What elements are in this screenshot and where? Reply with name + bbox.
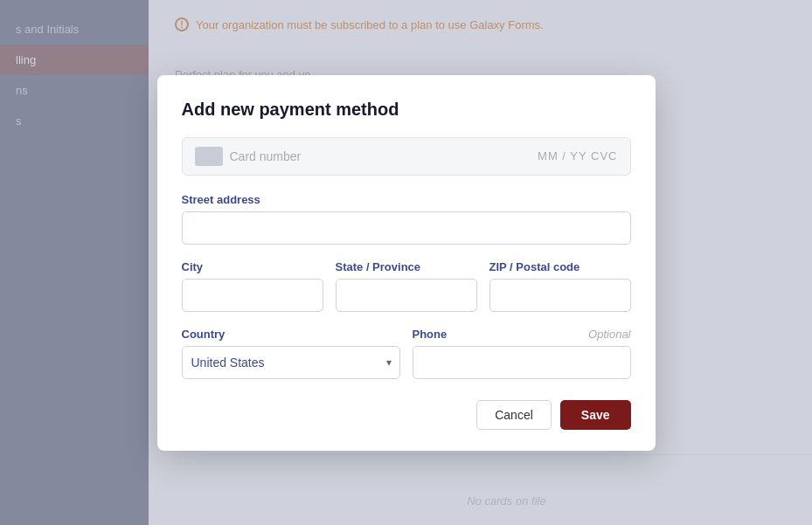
street-address-input[interactable] <box>182 211 631 245</box>
city-input[interactable] <box>182 279 323 312</box>
zip-input[interactable] <box>489 279 631 312</box>
save-button[interactable]: Save <box>560 400 631 430</box>
add-payment-modal: Add new payment method Card number MM / … <box>157 75 656 451</box>
city-label: City <box>182 260 323 273</box>
card-number-row[interactable]: Card number MM / YY CVC <box>182 137 631 176</box>
card-number-placeholder: Card number <box>230 149 531 163</box>
state-input[interactable] <box>336 279 477 312</box>
city-group: City <box>182 260 323 312</box>
phone-group: Phone Optional <box>413 328 631 379</box>
zip-group: ZIP / Postal code <box>489 260 631 312</box>
zip-label: ZIP / Postal code <box>489 260 631 273</box>
country-label: Country <box>182 328 400 341</box>
cancel-button[interactable]: Cancel <box>476 400 552 430</box>
address-row: City State / Province ZIP / Postal code <box>182 260 631 312</box>
street-address-label: Street address <box>182 193 631 206</box>
modal-footer: Cancel Save <box>182 400 631 430</box>
phone-input[interactable] <box>413 346 631 379</box>
modal-backdrop: Add new payment method Card number MM / … <box>0 0 812 525</box>
country-select[interactable]: United States Canada United Kingdom Aust… <box>182 346 400 379</box>
card-icon <box>195 147 223 166</box>
country-select-wrapper: United States Canada United Kingdom Aust… <box>182 346 400 379</box>
country-phone-row: Country United States Canada United King… <box>182 328 631 379</box>
phone-optional-label: Optional <box>588 328 630 341</box>
card-expiry-cvc: MM / YY CVC <box>538 149 617 162</box>
phone-label: Phone <box>413 328 448 341</box>
country-group: Country United States Canada United King… <box>182 328 400 379</box>
phone-label-row: Phone Optional <box>413 328 631 341</box>
state-label: State / Province <box>336 260 477 273</box>
modal-title: Add new payment method <box>182 100 631 120</box>
state-group: State / Province <box>336 260 477 312</box>
street-address-group: Street address <box>182 193 631 245</box>
